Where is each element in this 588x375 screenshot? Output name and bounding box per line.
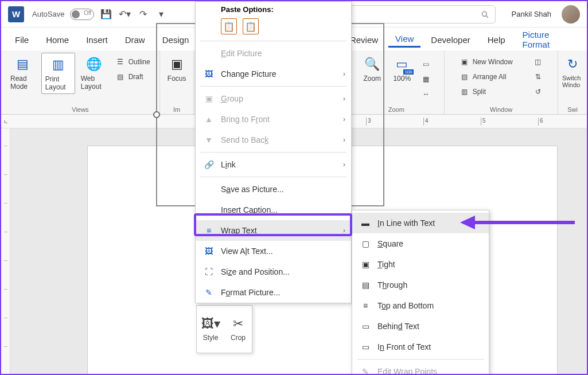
tab-view[interactable]: View [388,30,420,48]
paste-options-header: Paste Options: [196,3,351,15]
tab-insert[interactable]: Insert [79,32,115,47]
reset-window-button[interactable]: ↺ [530,86,546,97]
crop-button[interactable]: ✂Crop [224,306,252,353]
svg-point-0 [482,11,486,16]
arrange-all-button[interactable]: ▤Arrange All [457,71,516,83]
window-group-label: Window [490,105,512,113]
tab-help[interactable]: Help [481,32,512,47]
annotation-arrow [460,218,575,227]
view-side-button[interactable]: ◫ [530,56,546,68]
paste-picture-icon[interactable]: 📋 [243,18,259,34]
user-name: Pankil Shah [512,10,551,18]
menu-format-picture[interactable]: ✎Format Picture... [196,282,351,303]
page-width-button[interactable]: ↔ [418,88,434,100]
menu-link[interactable]: 🔗Link› [196,154,351,175]
multi-page-button[interactable]: ▦ [418,73,434,85]
print-layout-button[interactable]: ▥Print Layout [41,53,75,94]
read-mode-button[interactable]: ▤Read Mode [7,53,39,93]
wrap-text-submenu: ▬In Line with Text ▢Square ▣Tight ▤Throu… [352,210,489,375]
avatar[interactable] [562,5,580,24]
search-input[interactable] [346,5,496,24]
menu-send-back: ▼Send to Back› [196,130,351,150]
tab-developer[interactable]: Developer [424,32,477,47]
style-button[interactable]: 🖼▾Style [197,306,224,353]
save-icon[interactable]: 💾 [100,9,112,19]
submenu-behind-text[interactable]: ▭Behind Text [352,316,489,337]
redo-icon[interactable]: ↷ [137,9,149,19]
menu-save-as-picture[interactable]: Save as Picture... [196,179,351,200]
menu-change-picture[interactable]: 🖼Change Picture› [196,64,351,84]
draft-button[interactable]: ▤Draft [112,71,154,83]
zoom-100-button[interactable]: ▭100100% [388,53,416,85]
submenu-in-front[interactable]: ▭In Front of Text [352,337,489,357]
word-app-icon: W [8,6,24,22]
undo-icon[interactable]: ↶▾ [118,9,131,19]
new-window-button[interactable]: ▣New Window [457,56,516,68]
tab-draw[interactable]: Draw [118,32,152,47]
sync-scroll-button[interactable]: ⇅ [530,71,546,83]
menu-group: ▣Group› [196,88,351,109]
submenu-top-bottom[interactable]: ≡Top and Bottom [352,295,489,316]
submenu-edit-wrap-points: ✎Edit Wrap Points [352,361,489,375]
paste-keep-formatting-icon[interactable]: 📋 [221,18,237,34]
tab-picture-format[interactable]: Picture Format [516,26,580,52]
autosave-label: AutoSave [32,10,64,18]
views-group-label: Views [72,105,88,113]
context-menu: Paste Options: 📋 📋 Edit Picture 🖼Change … [195,1,352,303]
qat-dropdown-icon[interactable]: ▾ [155,9,168,19]
split-button[interactable]: ▥Split [457,86,516,97]
submenu-square[interactable]: ▢Square [352,233,489,254]
menu-size-position[interactable]: ⛶Size and Position... [196,261,351,282]
menu-edit-picture: Edit Picture [196,43,351,64]
resize-handle[interactable] [153,111,160,118]
mini-toolbar: 🖼▾Style ✂Crop [196,305,252,353]
tab-home[interactable]: Home [39,32,76,47]
zoom-group-label: Zoom [388,105,404,113]
menu-bring-front: ▲Bring to Front› [196,109,351,130]
svg-line-1 [486,15,488,17]
tab-file[interactable]: File [8,32,36,47]
submenu-through[interactable]: ▤Through [352,275,489,295]
one-page-button[interactable]: ▭ [418,58,434,70]
menu-view-alt-text[interactable]: 🖼View Alt Text... [196,241,351,261]
menu-wrap-text[interactable]: ≡Wrap Text› [196,220,351,241]
submenu-tight[interactable]: ▣Tight [352,254,489,275]
vertical-ruler[interactable] [1,128,10,374]
autosave-toggle[interactable]: Off [70,9,94,20]
web-layout-button[interactable]: 🌐Web Layout [77,53,110,93]
switch-windows-button[interactable]: ↻Switch Windo [559,53,586,91]
menu-insert-caption[interactable]: Insert Caption... [196,200,351,220]
outline-button[interactable]: ☰Outline [112,56,154,68]
